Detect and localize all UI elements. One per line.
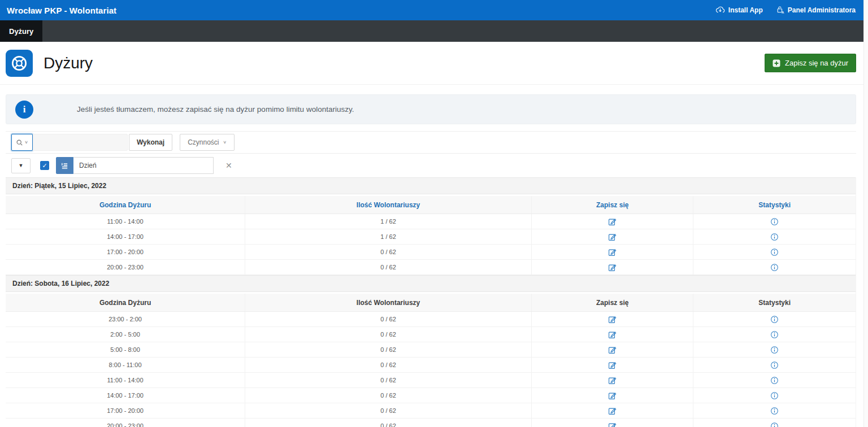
signup-cell (532, 342, 694, 357)
volunteer-count-cell: 0 / 62 (245, 388, 532, 403)
scrollbar[interactable] (863, 0, 868, 427)
admin-panel-link[interactable]: A Panel Administratora (776, 6, 856, 15)
info-circle-outline-icon[interactable] (770, 217, 779, 226)
shift-time-cell: 23:00 - 2:00 (6, 312, 245, 326)
shift-time-cell: 14:00 - 17:00 (6, 388, 245, 403)
statistics-cell (693, 245, 856, 259)
info-circle-outline-icon[interactable] (770, 248, 779, 256)
table-row: 20:00 - 23:000 / 62 (6, 260, 856, 275)
info-circle-outline-icon[interactable] (770, 233, 779, 241)
edit-square-icon[interactable] (608, 263, 617, 272)
info-circle-outline-icon[interactable] (770, 407, 779, 415)
life-ring-icon (6, 50, 33, 77)
info-circle-outline-icon[interactable] (770, 361, 779, 369)
table-row: 20:00 - 23:000 / 62 (6, 419, 856, 427)
edit-square-icon[interactable] (608, 361, 617, 369)
volunteer-count-cell: 0 / 62 (245, 312, 532, 326)
break-menu-button[interactable]: ▼ (11, 158, 31, 173)
volunteer-count-cell: 0 / 62 (245, 245, 532, 259)
actions-menu-button[interactable]: Czynności ∨ (180, 134, 235, 151)
search-bar: ∨ Wykonaj (11, 134, 172, 151)
shift-time-cell: 2:00 - 5:00 (6, 327, 245, 342)
edit-square-icon[interactable] (608, 391, 617, 400)
statistics-cell (693, 312, 856, 326)
volunteer-count-cell: 0 / 62 (245, 373, 532, 387)
shift-time-cell: 11:00 - 14:00 (6, 373, 245, 387)
signup-cell (532, 214, 694, 229)
column-header[interactable]: Ilość Wolontariuszy (245, 196, 532, 213)
info-circle-outline-icon[interactable] (770, 263, 779, 272)
check-icon: ✓ (42, 162, 47, 169)
go-button[interactable]: Wykonaj (129, 134, 172, 151)
tab-dyzury[interactable]: Dyżury (0, 20, 42, 42)
signup-cell (532, 403, 694, 418)
statistics-cell (693, 260, 856, 274)
page-title: Dyżury (44, 54, 93, 72)
plus-square-icon (772, 59, 780, 67)
break-column-value[interactable]: Dzień (73, 157, 214, 174)
info-circle-outline-icon[interactable] (770, 330, 779, 339)
search-options-button[interactable]: ∨ (11, 134, 33, 151)
column-header[interactable]: Statystyki (693, 196, 856, 213)
break-enabled-checkbox[interactable]: ✓ (40, 161, 49, 170)
magnifier-icon (16, 139, 23, 146)
edit-square-icon[interactable] (608, 248, 617, 256)
column-header: Ilość Wolontariuszy (245, 294, 532, 311)
table-row: 2:00 - 5:000 / 62 (6, 327, 856, 342)
shift-time-cell: 5:00 - 8:00 (6, 342, 245, 357)
info-alert: i Jeśli jesteś tłumaczem, możesz zapisać… (6, 94, 856, 124)
table-row: 8:00 - 11:000 / 62 (6, 358, 856, 373)
column-header[interactable]: Godzina Dyżuru (6, 196, 245, 213)
edit-square-icon[interactable] (608, 217, 617, 226)
edit-square-icon[interactable] (608, 376, 617, 385)
edit-square-icon[interactable] (608, 315, 617, 324)
control-break-row: ▼ ✓ Dzień ✕ (6, 154, 856, 177)
nav-bar: Dyżury (0, 20, 863, 42)
info-circle-outline-icon[interactable] (770, 422, 779, 427)
app-header: Wrocław PKP - Wolontariat Install App A … (0, 0, 863, 20)
column-header-row: Godzina DyżuruIlość WolontariuszyZapisz … (6, 196, 856, 214)
edit-square-icon[interactable] (608, 422, 617, 427)
info-circle-outline-icon[interactable] (770, 391, 779, 400)
info-circle-outline-icon[interactable] (770, 376, 779, 385)
info-circle-outline-icon[interactable] (770, 315, 779, 324)
install-app-link[interactable]: Install App (715, 6, 763, 15)
admin-lock-icon: A (776, 6, 784, 15)
edit-square-icon[interactable] (608, 330, 617, 339)
statistics-cell (693, 342, 856, 357)
table-row: 11:00 - 14:001 / 62 (6, 214, 856, 229)
alert-text: Jeśli jesteś tłumaczem, możesz zapisać s… (77, 105, 354, 114)
edit-square-icon[interactable] (608, 346, 617, 354)
page-header: Dyżury Zapisz się na dyżur (0, 42, 863, 85)
control-break-icon[interactable] (56, 157, 73, 174)
column-header[interactable]: Zapisz się (532, 196, 694, 213)
search-input[interactable] (33, 134, 128, 151)
column-header: Godzina Dyżuru (6, 294, 245, 311)
volunteer-count-cell: 0 / 62 (245, 327, 532, 342)
signup-button[interactable]: Zapisz się na dyżur (765, 54, 856, 72)
column-header: Statystyki (693, 294, 856, 311)
chevron-down-icon: ∨ (223, 140, 227, 145)
volunteer-count-cell: 1 / 62 (245, 214, 532, 229)
page-content: i Jeśli jesteś tłumaczem, możesz zapisać… (0, 94, 863, 427)
break-column-group: Dzień (56, 157, 214, 174)
info-circle-icon: i (15, 101, 33, 119)
statistics-cell (693, 419, 856, 427)
info-circle-outline-icon[interactable] (770, 346, 779, 354)
signup-cell (532, 245, 694, 259)
signup-cell (532, 388, 694, 403)
shift-time-cell: 17:00 - 20:00 (6, 403, 245, 418)
table-row: 17:00 - 20:000 / 62 (6, 245, 856, 260)
table-row: 5:00 - 8:000 / 62 (6, 342, 856, 358)
statistics-cell (693, 214, 856, 229)
volunteer-count-cell: 0 / 62 (245, 358, 532, 372)
edit-square-icon[interactable] (608, 407, 617, 415)
group-header: Dzień: Piątek, 15 Lipiec, 2022 (6, 177, 856, 194)
volunteer-count-cell: 1 / 62 (245, 229, 532, 244)
report-toolbar: ∨ Wykonaj Czynności ∨ (6, 131, 856, 154)
statistics-cell (693, 229, 856, 244)
edit-square-icon[interactable] (608, 233, 617, 241)
shift-time-cell: 20:00 - 23:00 (6, 419, 245, 427)
group-header: Dzień: Sobota, 16 Lipiec, 2022 (6, 275, 856, 292)
remove-break-icon[interactable]: ✕ (225, 161, 232, 170)
